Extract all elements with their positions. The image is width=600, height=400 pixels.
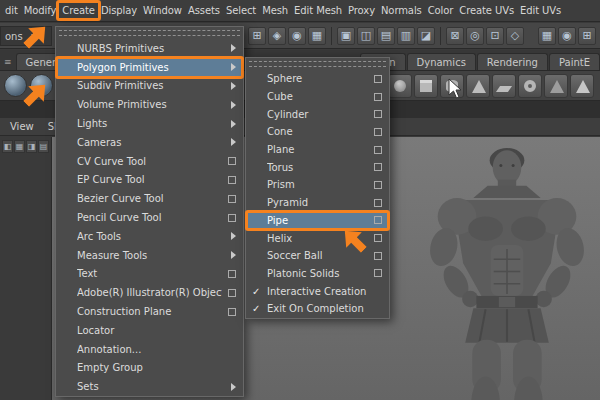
submenu-item-exit-on-completion[interactable]: ✓ Exit On Completion <box>246 300 389 318</box>
option-box-icon[interactable] <box>374 199 382 207</box>
menu-item-bezier-curve-tool[interactable]: Bezier Curve Tool <box>56 189 243 208</box>
shelf-tab-rendering[interactable]: Rendering <box>477 53 548 70</box>
option-box-icon[interactable] <box>374 146 382 154</box>
submenu-item-cone[interactable]: Cone <box>246 123 389 141</box>
menu-color[interactable]: Color <box>425 2 457 19</box>
camera-icon[interactable]: ◉ <box>558 27 576 45</box>
menu-item-locator[interactable]: Locator <box>56 321 243 340</box>
menu-item-annotation[interactable]: Annotation... <box>56 340 243 359</box>
menu-normals[interactable]: Normals <box>378 2 425 19</box>
menu-edit-uvs[interactable]: Edit UVs <box>517 2 564 19</box>
option-box-icon[interactable] <box>374 216 382 224</box>
menu-item-text[interactable]: Text <box>56 265 243 284</box>
submenu-item-torus[interactable]: Torus <box>246 158 389 176</box>
tearoff-handle[interactable] <box>249 61 386 67</box>
shelf-poly-sphere-icon[interactable] <box>388 74 412 98</box>
texture-icon[interactable]: ◎ <box>466 27 484 45</box>
menu-item-ep-curve-tool[interactable]: EP Curve Tool <box>56 171 243 190</box>
grid-toggle-icon[interactable]: ▦ <box>538 27 556 45</box>
submenu-item-plane[interactable]: Plane <box>246 141 389 159</box>
shelf-poly-cone-icon[interactable] <box>466 74 490 98</box>
help-icon[interactable]: ⊡ <box>486 27 504 45</box>
option-box-icon[interactable] <box>374 181 382 189</box>
menu-create[interactable]: Create <box>59 2 98 19</box>
menu-item-lights[interactable]: Lights <box>56 114 243 133</box>
submenu-item-cube[interactable]: Cube <box>246 88 389 106</box>
option-box-icon[interactable] <box>374 269 382 277</box>
menu-item-polygon-primitives[interactable]: Polygon Primitives <box>56 58 243 77</box>
resolution-gate-icon[interactable]: ▤ <box>38 140 49 153</box>
menu-item-cv-curve-tool[interactable]: CV Curve Tool <box>56 152 243 171</box>
selection-mask-icon[interactable]: ◇ <box>506 27 524 45</box>
option-box-icon[interactable] <box>228 195 236 203</box>
snap-point-icon[interactable]: ◉ <box>288 27 306 45</box>
menu-window[interactable]: Window <box>140 2 185 19</box>
option-box-icon[interactable] <box>228 214 236 222</box>
film-gate-icon[interactable]: ◨ <box>26 140 37 153</box>
menu-assets[interactable]: Assets <box>185 2 223 19</box>
submenu-item-sphere[interactable]: Sphere <box>246 70 389 88</box>
submenu-item-cylinder[interactable]: Cylinder <box>246 105 389 123</box>
menu-modify[interactable]: Modify <box>21 2 60 19</box>
option-box-icon[interactable] <box>228 289 236 297</box>
menu-item-volume-primitives[interactable]: Volume Primitives <box>56 95 243 114</box>
menu-item-measure-tools[interactable]: Measure Tools <box>56 246 243 265</box>
menu-item-subdiv-primitives[interactable]: Subdiv Primitives <box>56 77 243 96</box>
menu-display[interactable]: Display <box>98 2 140 19</box>
menu-proxy[interactable]: Proxy <box>345 2 378 19</box>
option-box-icon[interactable] <box>374 75 382 83</box>
menu-item-sets[interactable]: Sets <box>56 377 243 396</box>
submenu-item-prism[interactable]: Prism <box>246 176 389 194</box>
shelf-poly-plane-icon[interactable] <box>492 74 516 98</box>
option-box-icon[interactable] <box>228 157 236 165</box>
grid-icon[interactable]: ▦ <box>14 140 25 153</box>
menu-item-cameras[interactable]: Cameras <box>56 133 243 152</box>
history-icon[interactable]: ▣ <box>337 27 355 45</box>
paint-effects-icon[interactable]: ⊠ <box>446 27 464 45</box>
option-box-icon[interactable] <box>374 93 382 101</box>
submenu-item-platonic-solids[interactable]: Platonic Solids <box>246 265 389 283</box>
tearoff-handle[interactable] <box>59 30 240 36</box>
menu-item-construction-plane[interactable]: Construction Plane <box>56 302 243 321</box>
shelf-tab-menu-icon[interactable]: ≡ <box>2 57 16 70</box>
menu-item-arc-tools[interactable]: Arc Tools <box>56 227 243 246</box>
submenu-item-pyramid[interactable]: Pyramid <box>246 194 389 212</box>
shelf-poly-prism-icon[interactable] <box>544 74 568 98</box>
menu-select[interactable]: Select <box>223 2 259 19</box>
option-box-icon[interactable] <box>374 163 382 171</box>
select-camera-icon[interactable]: ◧ <box>2 140 13 153</box>
viewport-menu-view[interactable]: View <box>3 121 41 132</box>
option-box-icon[interactable] <box>374 128 382 136</box>
main-menubar: dit Modify Create Display Window Assets … <box>0 0 600 22</box>
menu-edit[interactable]: dit <box>2 2 21 19</box>
menu-edit-mesh[interactable]: Edit Mesh <box>291 2 345 19</box>
menu-item-adobe-illustrator-object[interactable]: Adobe(R) Illustrator(R) Object... <box>56 283 243 302</box>
snap-grid-icon[interactable]: ⊞ <box>248 27 266 45</box>
menu-item-nurbs-primitives[interactable]: NURBS Primitives <box>56 39 243 58</box>
submenu-item-interactive-creation[interactable]: ✓ Interactive Creation <box>246 282 389 300</box>
menu-create-uvs[interactable]: Create UVs <box>456 2 517 19</box>
option-box-icon[interactable] <box>228 308 236 316</box>
option-box-icon[interactable] <box>374 234 382 242</box>
option-box-icon[interactable] <box>228 176 236 184</box>
layers-icon[interactable]: ⊞ <box>578 27 596 45</box>
option-box-icon[interactable] <box>374 252 382 260</box>
snap-plane-icon[interactable]: ▦ <box>308 27 326 45</box>
option-box-icon[interactable] <box>374 110 382 118</box>
menu-item-pencil-curve-tool[interactable]: Pencil Curve Tool <box>56 208 243 227</box>
option-box-icon[interactable] <box>228 270 236 278</box>
shelf-poly-cube-icon[interactable] <box>414 74 438 98</box>
shelf-tab-painteffects[interactable]: PaintE <box>549 53 600 70</box>
snap-curve-icon[interactable]: ◈ <box>268 27 286 45</box>
shelf-tab-dynamics[interactable]: Dynamics <box>407 53 476 70</box>
ipr-render-icon[interactable]: ▥ <box>397 27 415 45</box>
submenu-item-pipe[interactable]: Pipe <box>246 212 389 230</box>
shelf-poly-torus-icon[interactable] <box>518 74 542 98</box>
construction-icon[interactable]: ◫ <box>357 27 375 45</box>
shelf-poly-pyramid-icon[interactable] <box>570 74 594 98</box>
render-settings-icon[interactable]: ◪ <box>417 27 435 45</box>
render-icon[interactable]: ▤ <box>377 27 395 45</box>
menu-mesh[interactable]: Mesh <box>259 2 291 19</box>
submenu-item-soccer-ball[interactable]: Soccer Ball <box>246 247 389 265</box>
menu-item-empty-group[interactable]: Empty Group <box>56 359 243 378</box>
